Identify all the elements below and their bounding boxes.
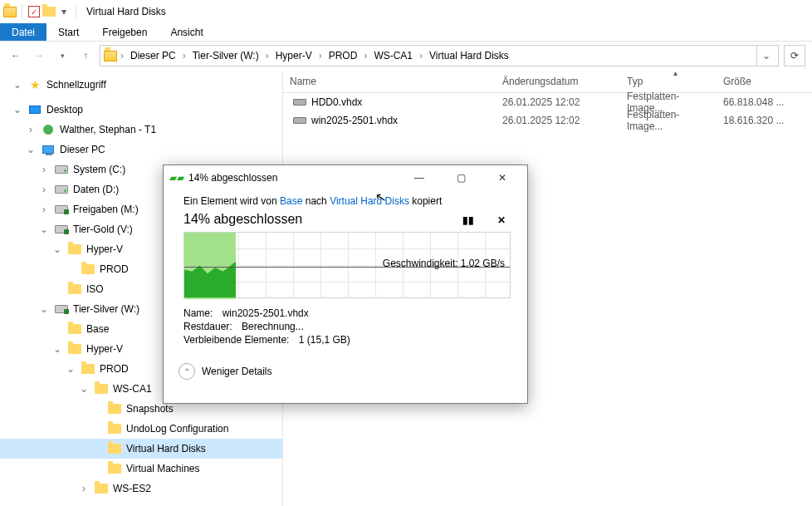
user-icon xyxy=(42,123,55,136)
qat-dropdown-icon[interactable]: ▾ xyxy=(57,5,71,18)
star-icon: ★ xyxy=(28,78,42,91)
tree-label: Daten (D:) xyxy=(73,184,119,195)
window-titlebar: ✓ ▾ Virtual Hard Disks xyxy=(0,0,812,23)
tree-label: Desktop xyxy=(46,104,83,115)
tree-user[interactable]: ›Walther, Stephan - T1 xyxy=(0,120,282,140)
pause-button[interactable]: ▮▮ xyxy=(462,214,474,226)
close-button[interactable]: ✕ xyxy=(484,166,521,189)
hdd-icon xyxy=(293,114,306,127)
speed-graph: Geschwindigkeit: 1,02 GB/s xyxy=(183,232,511,298)
qat-newfolder-icon[interactable] xyxy=(42,5,56,18)
sort-indicator-icon: ▴ xyxy=(673,68,677,77)
copy-info: Name: win2025-2501.vhdx Restdauer: Berec… xyxy=(183,307,507,346)
col-name[interactable]: Name xyxy=(283,70,496,92)
tree-label: Snapshots xyxy=(126,403,174,415)
up-button[interactable]: ↑ xyxy=(76,47,95,65)
folder-icon xyxy=(95,382,108,395)
dest-link[interactable]: Virtual Hard Disks xyxy=(330,195,409,207)
fewer-details-button[interactable]: ⌃ Weniger Details xyxy=(164,358,527,385)
tree-vhd[interactable]: ›Virtual Hard Disks xyxy=(0,439,282,459)
dialog-titlebar: ▰▰ 14% abgeschlossen — ▢ ✕ xyxy=(164,165,527,190)
folder-icon xyxy=(104,49,117,62)
column-headers: Name Änderungsdatum Typ Größe xyxy=(283,70,812,93)
navbar: ← → ▾ ↑ › Dieser PC› Tier-Silver (W:)› H… xyxy=(0,42,812,70)
tree-vm[interactable]: ›Virtual Machines xyxy=(0,459,282,479)
drive-icon xyxy=(55,163,68,176)
folder-icon xyxy=(108,442,121,455)
maximize-button[interactable]: ▢ xyxy=(443,166,479,189)
file-row[interactable]: HDD0.vhdx 26.01.2025 12:02 Festplatten-I… xyxy=(283,93,812,111)
pc-icon xyxy=(42,143,55,156)
source-link[interactable]: Base xyxy=(280,195,302,207)
folder-icon xyxy=(68,342,81,356)
folder-icon xyxy=(68,243,81,256)
breadcrumb[interactable]: WS-CA1 xyxy=(370,48,416,63)
tree-desktop[interactable]: ⌄Desktop xyxy=(0,100,282,120)
tree-label: Virtual Machines xyxy=(126,463,200,474)
tree-label: ISO xyxy=(86,283,104,295)
breadcrumb[interactable]: Dieser PC xyxy=(127,48,179,63)
tree-label: WS-CA1 xyxy=(113,383,152,395)
breadcrumb[interactable]: Tier-Silver (W:) xyxy=(189,48,262,63)
netdrive-icon xyxy=(55,302,68,316)
file-name: HDD0.vhdx xyxy=(311,96,362,108)
tree-label: PROD xyxy=(100,363,129,375)
tab-start[interactable]: Start xyxy=(46,23,90,41)
file-row[interactable]: win2025-2501.vhdx 26.01.2025 12:02 Festp… xyxy=(283,111,812,130)
copy-progress-dialog: ▰▰ 14% abgeschlossen — ▢ ✕ Ein Element w… xyxy=(163,165,528,404)
col-size[interactable]: Größe xyxy=(717,70,812,92)
file-date: 26.01.2025 12:02 xyxy=(496,111,620,130)
tree-label: Dieser PC xyxy=(60,144,105,155)
tab-datei[interactable]: Datei xyxy=(0,23,46,41)
details-label: Weniger Details xyxy=(202,366,271,377)
tree-quickaccess[interactable]: ⌄★Schnellzugriff xyxy=(0,75,282,95)
speed-label: Geschwindigkeit: 1,02 GB/s xyxy=(383,258,505,269)
col-type[interactable]: Typ xyxy=(620,70,717,92)
chevron-up-icon: ⌃ xyxy=(179,363,195,380)
breadcrumb[interactable]: PROD xyxy=(325,48,361,63)
col-date[interactable]: Änderungsdatum xyxy=(496,70,620,92)
tree-label: Hyper-V xyxy=(86,343,123,355)
tree-wses2[interactable]: ›WS-ES2 xyxy=(0,479,282,499)
recent-dropdown-icon[interactable]: ▾ xyxy=(53,47,71,65)
percent-complete: 14% abgeschlossen xyxy=(183,212,302,227)
file-size: 66.818.048 ... xyxy=(717,93,812,111)
tree-label: Hyper-V xyxy=(86,243,123,255)
refresh-button[interactable]: ⟳ xyxy=(784,45,805,66)
folder-icon xyxy=(95,482,108,495)
tree-undolog[interactable]: ›UndoLog Configuration xyxy=(0,419,282,439)
file-type: Festplatten-Image... xyxy=(620,111,717,130)
tree-label: Tier-Gold (V:) xyxy=(73,224,133,235)
cancel-button[interactable]: ✕ xyxy=(497,214,506,226)
minimize-button[interactable]: — xyxy=(401,166,438,189)
tree-label: Freigaben (M:) xyxy=(73,204,139,215)
file-name: win2025-2501.vhdx xyxy=(311,115,398,126)
file-size: 18.616.320 ... xyxy=(717,111,812,130)
desktop-icon xyxy=(28,103,42,116)
address-bar[interactable]: › Dieser PC› Tier-Silver (W:)› Hyper-V› … xyxy=(100,45,779,66)
tree-label: System (C:) xyxy=(73,164,125,175)
folder-icon xyxy=(3,5,17,18)
address-dropdown-icon[interactable]: ⌄ xyxy=(756,46,775,66)
tree-thispc[interactable]: ⌄Dieser PC xyxy=(0,140,282,160)
tree-label: Base xyxy=(86,323,109,335)
back-button[interactable]: ← xyxy=(7,47,25,65)
folder-icon xyxy=(68,282,81,296)
netdrive-icon xyxy=(55,203,68,216)
tab-ansicht[interactable]: Ansicht xyxy=(159,23,214,41)
tab-freigeben[interactable]: Freigeben xyxy=(90,23,159,41)
breadcrumb[interactable]: Virtual Hard Disks xyxy=(426,48,512,63)
breadcrumb[interactable]: Hyper-V xyxy=(272,48,316,63)
dialog-title: 14% abgeschlossen xyxy=(188,172,396,184)
netdrive-icon xyxy=(55,223,68,236)
folder-icon xyxy=(81,263,95,276)
qat-properties-icon[interactable]: ✓ xyxy=(27,5,41,18)
tree-label: WS-ES2 xyxy=(113,483,151,494)
folder-icon xyxy=(68,322,81,336)
tree-label: Walther, Stephan - T1 xyxy=(60,124,156,135)
forward-button[interactable]: → xyxy=(30,47,48,65)
copy-icon: ▰▰ xyxy=(170,171,183,184)
folder-icon xyxy=(81,362,95,376)
tree-label: Virtual Hard Disks xyxy=(126,443,206,454)
tree-label: UndoLog Configuration xyxy=(126,423,228,435)
